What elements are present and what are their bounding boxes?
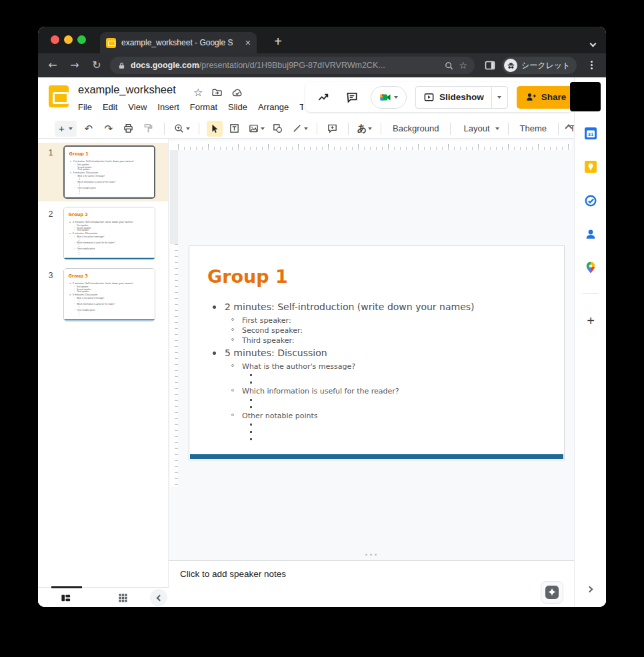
minimize-window-button[interactable] (64, 35, 73, 44)
textbox-button[interactable] (227, 121, 243, 137)
horizontal-ruler (178, 141, 571, 150)
theme-button[interactable]: Theme (516, 123, 551, 133)
meet-button[interactable] (371, 86, 407, 109)
speaker-notes-panel[interactable]: Click to add speaker notes (169, 560, 574, 607)
slide-title[interactable]: Group 2 (69, 212, 88, 217)
insert-line-button[interactable] (290, 121, 309, 137)
bullet-item: 2 minutes: Self-introduction (write down… (70, 160, 154, 163)
share-person-icon (525, 91, 537, 103)
activity-dashboard-icon[interactable] (313, 87, 333, 107)
background-button[interactable]: Background (389, 123, 443, 133)
browser-window: example_worksheet - Google S × + ← → ↻ d… (38, 27, 606, 607)
filmstrip-view-icon[interactable] (60, 592, 71, 604)
browser-tab[interactable]: example_worksheet - Google S × (100, 32, 257, 53)
reload-button[interactable]: ↻ (89, 58, 104, 73)
bookmark-star-icon[interactable]: ☆ (459, 60, 467, 71)
side-panel-rail: 31 + (574, 77, 606, 607)
star-document-icon[interactable]: ☆ (193, 86, 203, 99)
speaker-notes-placeholder[interactable]: Click to add speaker notes (180, 569, 286, 579)
tab-search-chevron-icon[interactable] (591, 37, 595, 49)
slide-body-text[interactable]: 2 minutes: Self-introduction (write down… (64, 220, 153, 255)
undo-button[interactable]: ↶ (81, 121, 97, 137)
slide-number: 2 (38, 207, 63, 260)
bullet-item: 5 minutes: Discussion (69, 232, 153, 235)
collapse-filmstrip-button[interactable] (150, 589, 167, 606)
window-controls (51, 35, 86, 44)
menu-view[interactable]: View (127, 101, 148, 115)
slides-logo-icon[interactable] (49, 85, 69, 107)
slide-thumbnail[interactable]: Group 22 minutes: Self-introduction (wri… (63, 207, 155, 260)
slide-canvas[interactable]: Group 12 minutes: Self-introduction (wri… (169, 139, 574, 560)
select-tool-button[interactable] (207, 121, 223, 137)
search-icon[interactable] (444, 61, 454, 71)
slideshow-play-icon (423, 91, 435, 103)
slide-title[interactable]: Group 1 (69, 151, 89, 157)
layout-button[interactable]: Layout (458, 121, 500, 137)
menu-tools[interactable]: Tools (298, 101, 303, 115)
bullet-item: 2 minutes: Self-introduction (write down… (69, 282, 153, 285)
omnibox[interactable]: docs.google.com/presentation/d/1H9Bbuj9P… (110, 57, 475, 74)
print-button[interactable] (121, 121, 137, 137)
side-panel-icon[interactable] (484, 59, 496, 71)
filmstrip-panel: 1Group 12 minutes: Self-introduction (wr… (38, 139, 169, 587)
menu-slide[interactable]: Slide (227, 101, 249, 115)
zoom-button[interactable] (172, 121, 191, 137)
bullet-item: Other notable points (231, 411, 559, 421)
paint-format-button[interactable] (141, 121, 157, 137)
slideshow-dropdown-button[interactable] (491, 87, 507, 108)
bullet-item (250, 428, 559, 436)
meet-dropdown-caret (394, 96, 398, 99)
slides-app: example_worksheet ☆ FileEditViewInsertFo… (38, 77, 606, 607)
get-addons-button[interactable]: + (575, 313, 606, 329)
move-folder-icon[interactable] (211, 87, 223, 98)
document-title[interactable]: example_worksheet (78, 83, 176, 96)
menu-insert[interactable]: Insert (156, 101, 181, 115)
hide-side-panel-icon[interactable] (587, 586, 593, 593)
grid-view-icon[interactable] (117, 592, 129, 604)
menu-edit[interactable]: Edit (101, 101, 119, 115)
account-avatar[interactable] (570, 82, 601, 111)
slide-accent-bar (65, 197, 155, 199)
insert-image-button[interactable] (247, 121, 266, 137)
cloud-saved-icon[interactable] (231, 87, 243, 99)
slide-body-text[interactable]: 2 minutes: Self-introduction (write down… (65, 159, 154, 194)
notes-resize-handle[interactable] (365, 554, 367, 556)
slide-thumbnail[interactable]: Group 32 minutes: Self-introduction (wri… (63, 268, 155, 321)
bullet-item (79, 315, 153, 317)
contacts-icon[interactable] (584, 227, 597, 241)
slide-title[interactable]: Group 1 (207, 266, 288, 287)
menu-arrange[interactable]: Arrange (257, 101, 290, 115)
maps-icon[interactable] (584, 261, 597, 274)
menu-file[interactable]: File (77, 101, 93, 115)
tab-close-icon[interactable]: × (245, 38, 251, 47)
keep-icon[interactable] (584, 160, 597, 173)
browser-menu-icon[interactable] (591, 61, 593, 66)
slide-thumbnail[interactable]: Group 12 minutes: Self-introduction (wri… (63, 145, 155, 199)
new-tab-button[interactable]: + (269, 33, 287, 51)
menu-format[interactable]: Format (189, 101, 219, 115)
insert-comment-button[interactable] (325, 121, 341, 137)
tasks-icon[interactable] (584, 194, 597, 207)
close-window-button[interactable] (51, 35, 59, 44)
gemini-button[interactable] (541, 581, 563, 604)
slideshow-button[interactable]: Slideshow (416, 87, 491, 108)
bullet-item (250, 404, 559, 411)
slide-accent-bar (190, 454, 563, 459)
calendar-icon[interactable]: 31 (584, 127, 597, 140)
forward-button[interactable]: → (67, 58, 82, 73)
share-button[interactable]: Share (517, 86, 575, 109)
maximize-window-button[interactable] (77, 35, 86, 44)
comments-icon[interactable] (342, 87, 362, 107)
slide-body-text[interactable]: 2 minutes: Self-introduction (write down… (64, 281, 153, 316)
insert-shape-button[interactable] (270, 121, 286, 137)
slide-body-text[interactable]: 2 minutes: Self-introduction (write down… (189, 299, 559, 443)
current-slide[interactable]: Group 12 minutes: Self-introduction (wri… (189, 245, 565, 460)
input-tools-button[interactable]: あ (356, 121, 373, 137)
back-button[interactable]: ← (45, 58, 60, 73)
new-slide-button[interactable]: + (55, 121, 77, 137)
header-actions: Slideshow Share (305, 82, 573, 112)
redo-button[interactable]: ↷ (101, 121, 117, 137)
filmstrip-footer (38, 587, 169, 607)
slide-number: 1 (38, 145, 63, 199)
slide-title[interactable]: Group 3 (69, 273, 88, 279)
